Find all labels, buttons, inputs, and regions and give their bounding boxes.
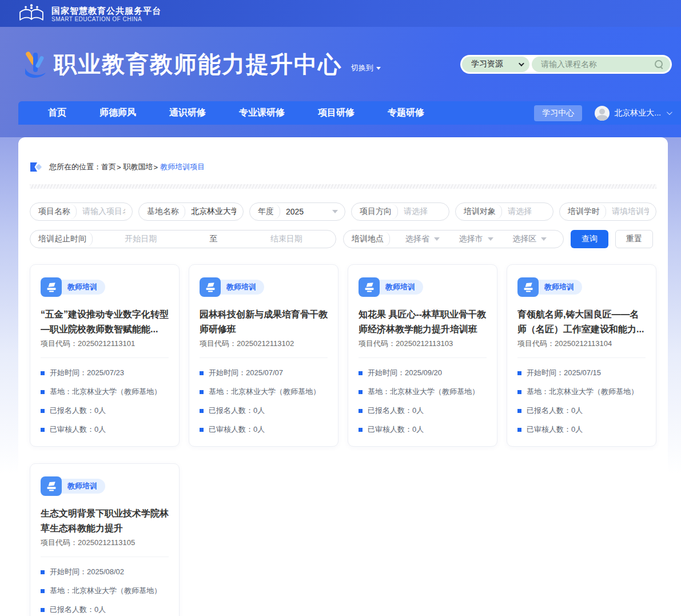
bullet-icon [41,409,45,413]
breadcrumb: 您所在的位置： 首页 > 职教国培 > 教师培训项目 [30,161,656,173]
filter-project-name[interactable]: 项目名称 请输入项目名称 [30,202,133,221]
detail-row-reviewed: 已审核人数：0人 [41,424,169,435]
filter-base-name[interactable]: 基地名称 北京林业大学 [138,202,244,221]
chevron-down-icon [332,210,338,213]
filter-label: 培训起止时间 [38,234,86,244]
training-printer-icon [517,277,539,297]
filter-divider [384,232,390,247]
district-value: 选择区 [512,234,536,244]
filter-value: 请选择 [508,206,546,217]
detail-row-registered: 已报名人数：0人 [359,406,487,416]
bullet-icon [200,428,204,432]
breadcrumb-item-national-training[interactable]: 职教国培 [124,162,153,172]
study-center-button[interactable]: 学习中心 [534,105,582,121]
detail-row-registered: 已报名人数：0人 [517,406,646,416]
project-title[interactable]: 育领航名师,铸大国良匠——名师（名匠）工作室建设和能力... [517,307,646,337]
nav-item-general[interactable]: 通识研修 [169,107,206,119]
reset-button[interactable]: 重置 [615,230,653,248]
nav-item-project[interactable]: 项目研修 [318,107,355,119]
query-button[interactable]: 查询 [571,230,608,248]
filter-row-2: 培训起止时间 开始日期 至 结束日期 培训地点 选择省 选择市 选择区 [30,230,656,248]
filter-year[interactable]: 年度 2025 [249,202,345,221]
nav-item-ethics[interactable]: 师德师风 [99,107,136,119]
project-code: 项目代码：20250212113102 [200,339,328,349]
district-select[interactable]: 选择区 [503,234,556,244]
card-divider [359,357,487,358]
main-nav: 首页 师德师风 通识研修 专业课研修 项目研修 专题研修 学习中心 北京林业大.… [18,101,681,125]
filter-label: 年度 [258,206,274,217]
switch-to-dropdown[interactable]: 切换到 [351,63,381,73]
detail-row-start-time: 开始时间：2025/07/07 [200,368,328,378]
nav-item-home[interactable]: 首页 [48,107,66,119]
project-code: 项目代码：20250212113103 [359,339,487,349]
bullet-icon [200,390,204,394]
end-date-input[interactable]: 结束日期 [270,234,302,244]
training-printer-icon [41,476,62,496]
breadcrumb-prefix: 您所在的位置： [49,162,101,172]
city-select[interactable]: 选择市 [449,234,503,244]
project-card[interactable]: 教师培训 知花果 具匠心--林草职业骨干教师经济林教学能力提升培训班 项目代码：… [348,264,497,447]
card-badge-row: 教师培训 [517,277,646,297]
start-date-input[interactable]: 开始日期 [125,234,157,244]
chevron-down-icon [434,237,440,241]
card-badge-row: 教师培训 [41,476,169,496]
search-category-select[interactable]: 学习资源 [462,57,529,72]
bullet-icon [200,409,204,413]
filter-project-direction[interactable]: 项目方向 请选择 [351,202,449,221]
city-value: 选择市 [459,234,483,244]
project-card[interactable]: 教师培训 “五金”建设推动专业数字化转型—职业院校教师数智赋能能... 项目代码… [30,264,180,447]
filter-divider [274,204,280,219]
filter-divider [496,204,502,219]
training-printer-icon [41,277,62,297]
project-card[interactable]: 教师培训 园林科技创新与成果培育骨干教师研修班 项目代码：20250212113… [189,264,338,447]
nav-item-special[interactable]: 专题研修 [388,107,424,119]
breadcrumb-separator: > [117,163,121,172]
card-divider [41,357,169,358]
project-title[interactable]: 生态文明背景下职业技术学院林草生态科教能力提升 [41,506,169,536]
user-name[interactable]: 北京林业大... [614,108,661,118]
project-title[interactable]: 知花果 具匠心--林草职业骨干教师经济林教学能力提升培训班 [359,307,487,337]
chevron-down-icon [488,237,493,241]
bullet-icon [359,371,363,375]
bullet-icon [41,371,45,375]
filter-training-hours[interactable]: 培训学时 请填培训学时 [559,202,656,221]
filter-label: 培训对象 [464,206,496,217]
project-code: 项目代码：20250212113104 [517,339,646,349]
detail-row-registered: 已报名人数：0人 [41,406,169,416]
hero-header: 职业教育教师能力提升中心 切换到 学习资源 首页 师德师风 通识研修 专业课研修… [0,27,681,137]
breadcrumb-item-home[interactable]: 首页 [101,162,116,172]
filter-location: 培训地点 选择省 选择市 选择区 [343,230,564,248]
bullet-icon [359,390,363,394]
bullet-icon [517,390,521,394]
project-title[interactable]: 园林科技创新与成果培育骨干教师研修班 [200,307,328,337]
badge-label: 教师培训 [532,280,582,295]
breadcrumb-item-current[interactable]: 教师培训项目 [160,162,205,172]
card-details: 开始时间：2025/07/23 基地：北京林业大学（教师基地） 已报名人数：0人… [41,368,169,435]
project-title[interactable]: “五金”建设推动专业数字化转型—职业院校教师数智赋能能... [41,307,169,337]
training-printer-icon [359,277,380,297]
detail-row-start-time: 开始时间：2025/09/20 [359,368,487,378]
chevron-down-icon[interactable] [667,109,672,115]
detail-row-start-time: 开始时间：2025/08/02 [41,567,169,577]
search-icon[interactable] [654,59,663,69]
nav-item-professional[interactable]: 专业课研修 [239,107,285,119]
bullet-icon [517,409,521,413]
filter-value: 请填培训学时 [612,206,649,217]
project-code-value: 20250212113104 [555,339,612,348]
project-card[interactable]: 教师培训 生态文明背景下职业技术学院林草生态科教能力提升 项目代码：202502… [30,463,180,616]
province-select[interactable]: 选择省 [396,234,449,244]
project-card[interactable]: 教师培训 育领航名师,铸大国良匠——名师（名匠）工作室建设和能力... 项目代码… [507,264,656,447]
filter-date-range[interactable]: 培训起止时间 开始日期 至 结束日期 [30,230,336,248]
bullet-icon [359,428,363,432]
filter-training-target[interactable]: 培训对象 请选择 [455,202,553,221]
detail-row-start-time: 开始时间：2025/07/15 [517,368,646,378]
content-background: 您所在的位置： 首页 > 职教国培 > 教师培训项目 项目名称 请输入项目名称 … [0,137,681,616]
filter-label: 培训地点 [352,234,384,244]
detail-row-reviewed: 已审核人数：0人 [200,424,328,435]
project-code-value: 20250212113102 [237,339,294,348]
user-avatar[interactable] [595,106,610,121]
search-input[interactable] [541,59,654,69]
filter-label: 项目名称 [38,206,70,217]
card-details: 开始时间：2025/09/20 基地：北京林业大学（教师基地） 已报名人数：0人… [359,368,487,435]
card-details: 开始时间：2025/07/15 基地：北京林业大学（教师基地） 已报名人数：0人… [517,368,646,435]
